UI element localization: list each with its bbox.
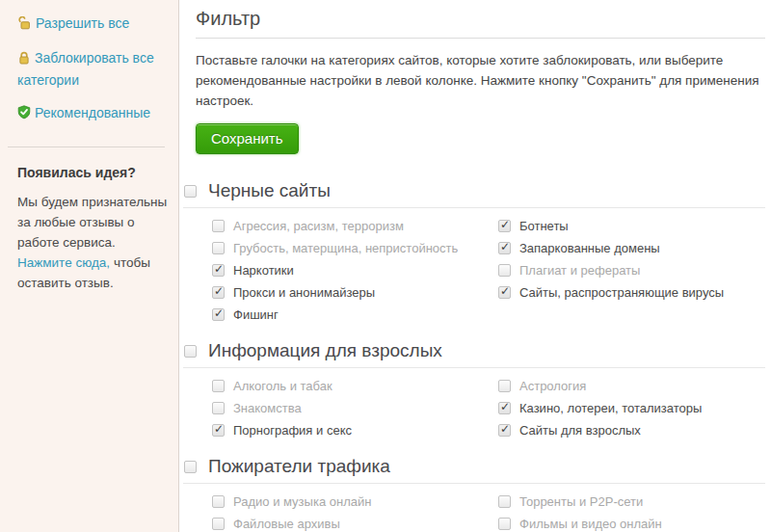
category-section: Пожиратели трафикаРадио и музыка онлайнФ…	[183, 454, 765, 532]
category-items: Радио и музыка онлайнФайловые архивыФото…	[183, 491, 765, 532]
items-column-right: БотнетыЗапаркованные доменыПлагиат и реф…	[498, 215, 765, 326]
category-item[interactable]: Фишинг	[212, 304, 498, 326]
item-label: Казино, лотереи, тотализаторы	[519, 401, 702, 415]
category-item[interactable]: Запаркованные домены	[498, 237, 765, 259]
filter-page: Разрешить все Заблокировать все категори…	[0, 0, 771, 532]
item-checkbox[interactable]	[498, 424, 511, 437]
item-checkbox[interactable]	[498, 518, 511, 530]
item-checkbox[interactable]	[212, 424, 225, 437]
category-item[interactable]: Сайты для взрослых	[498, 419, 765, 441]
item-checkbox[interactable]	[212, 495, 225, 508]
save-button[interactable]: Сохранить	[196, 123, 299, 154]
category-item[interactable]: Астрология	[498, 375, 765, 397]
item-label: Алкоголь и табак	[233, 379, 332, 393]
item-label: Радио и музыка онлайн	[233, 494, 371, 509]
item-checkbox[interactable]	[212, 518, 225, 530]
items-column-right: Торренты и P2P-сетиФильмы и видео онлайн	[498, 491, 765, 532]
item-label: Торренты и P2P-сети	[519, 494, 643, 509]
main-content: Фильтр Поставьте галочки на категориях с…	[179, 0, 771, 532]
category-item[interactable]: Наркотики	[212, 259, 498, 281]
item-label: Прокси и анонимайзеры	[233, 285, 375, 300]
item-label: Грубость, матерщина, непристойность	[233, 241, 458, 255]
category-header: Черные сайты	[183, 178, 765, 208]
category-item[interactable]: Агрессия, расизм, терроризм	[212, 215, 498, 237]
item-checkbox[interactable]	[498, 495, 511, 508]
item-label: Порнография и секс	[233, 423, 352, 438]
category-item[interactable]: Прокси и анонимайзеры	[212, 281, 498, 304]
category-item[interactable]: Знакомства	[212, 397, 498, 419]
item-checkbox[interactable]	[498, 242, 511, 254]
category-checkbox[interactable]	[184, 185, 197, 198]
lock-icon	[17, 50, 31, 70]
category-item[interactable]: Грубость, матерщина, непристойность	[212, 237, 498, 259]
intro-text: Поставьте галочки на категориях сайтов, …	[196, 50, 763, 111]
shield-check-icon	[17, 105, 31, 125]
category-checkbox[interactable]	[184, 345, 197, 358]
item-checkbox[interactable]	[212, 308, 225, 321]
category-item[interactable]: Радио и музыка онлайн	[212, 491, 498, 513]
category-item[interactable]: Сайты, распространяющие вирусы	[498, 281, 765, 304]
category-section: Черные сайтыАгрессия, расизм, терроризмГ…	[183, 178, 765, 326]
category-title: Информация для взрослых	[208, 340, 442, 361]
idea-text-before: Мы будем признательны за любые отзывы о …	[17, 195, 167, 250]
items-column-left: Радио и музыка онлайнФайловые архивыФото…	[212, 491, 498, 532]
sections: Черные сайтыАгрессия, расизм, терроризмГ…	[183, 178, 765, 532]
item-label: Сайты для взрослых	[519, 423, 641, 438]
category-item[interactable]: Порнография и секс	[212, 419, 498, 441]
item-checkbox[interactable]	[212, 220, 225, 232]
item-label: Запаркованные домены	[519, 241, 660, 255]
category-items: Агрессия, расизм, терроризмГрубость, мат…	[183, 215, 765, 326]
category-items: Алкоголь и табакЗнакомстваПорнография и …	[183, 375, 765, 441]
category-item[interactable]: Ботнеты	[498, 215, 765, 237]
item-label: Фишинг	[233, 307, 279, 322]
item-checkbox[interactable]	[498, 220, 511, 232]
item-label: Агрессия, расизм, терроризм	[233, 219, 404, 233]
item-label: Фильмы и видео онлайн	[519, 517, 662, 531]
feedback-link[interactable]: Нажмите сюда,	[17, 255, 110, 270]
items-column-left: Агрессия, расизм, терроризмГрубость, мат…	[212, 215, 498, 326]
item-checkbox[interactable]	[212, 402, 225, 414]
allow-all-link[interactable]: Разрешить все	[17, 13, 171, 36]
item-label: Астрология	[519, 379, 586, 393]
item-checkbox[interactable]	[212, 286, 225, 299]
item-checkbox[interactable]	[212, 242, 225, 254]
items-column-left: Алкоголь и табакЗнакомстваПорнография и …	[212, 375, 498, 441]
item-label: Плагиат и рефераты	[519, 263, 640, 278]
block-all-link[interactable]: Заблокировать все категории	[17, 48, 171, 91]
allow-all-label: Разрешить все	[36, 15, 129, 31]
category-item[interactable]: Плагиат и рефераты	[498, 259, 765, 281]
unlock-icon	[17, 15, 32, 36]
item-label: Знакомства	[233, 401, 302, 415]
item-checkbox[interactable]	[498, 264, 511, 277]
idea-text: Мы будем признательны за любые отзывы о …	[17, 192, 171, 293]
category-title: Пожиратели трафика	[208, 456, 390, 477]
item-label: Ботнеты	[519, 219, 569, 233]
idea-title: Появилась идея?	[17, 165, 171, 180]
item-checkbox[interactable]	[498, 380, 511, 392]
recommended-label: Рекомендованные	[35, 105, 150, 120]
sidebar: Разрешить все Заблокировать все категори…	[0, 0, 179, 532]
recommended-link[interactable]: Рекомендованные	[17, 103, 171, 125]
item-checkbox[interactable]	[498, 286, 511, 299]
sidebar-divider	[8, 146, 165, 147]
item-checkbox[interactable]	[212, 380, 225, 392]
category-item[interactable]: Фильмы и видео онлайн	[498, 513, 765, 532]
page-title: Фильтр	[196, 8, 765, 39]
category-item[interactable]: Файловые архивы	[212, 513, 498, 532]
category-section: Информация для взрослыхАлкоголь и табакЗ…	[183, 338, 765, 441]
item-checkbox[interactable]	[212, 264, 225, 277]
item-checkbox[interactable]	[498, 402, 511, 414]
block-all-label: Заблокировать все категории	[17, 50, 154, 88]
category-item[interactable]: Казино, лотереи, тотализаторы	[498, 397, 765, 419]
category-header: Информация для взрослых	[183, 338, 765, 368]
category-item[interactable]: Торренты и P2P-сети	[498, 491, 765, 513]
category-checkbox[interactable]	[184, 461, 197, 473]
category-title: Черные сайты	[208, 180, 331, 201]
item-label: Наркотики	[233, 263, 294, 278]
item-label: Файловые архивы	[233, 517, 340, 531]
category-header: Пожиратели трафика	[183, 454, 765, 484]
items-column-right: АстрологияКазино, лотереи, тотализаторыС…	[498, 375, 765, 441]
category-item[interactable]: Алкоголь и табак	[212, 375, 498, 397]
item-label: Сайты, распространяющие вирусы	[519, 285, 724, 300]
